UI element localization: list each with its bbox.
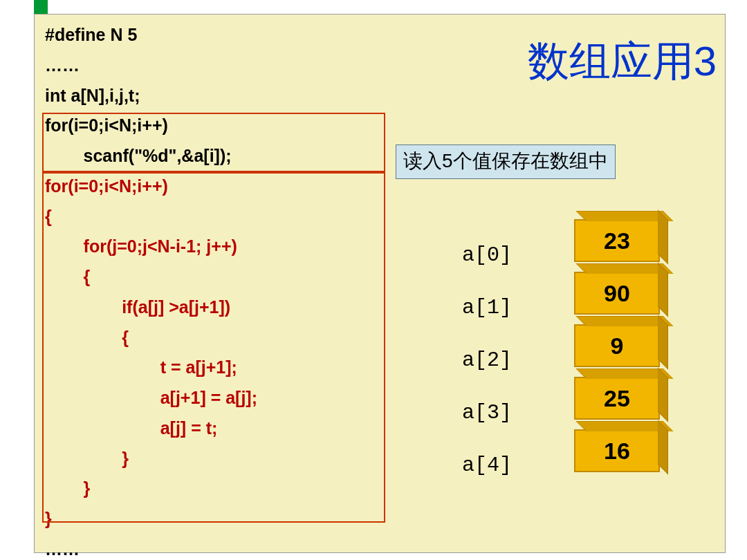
code-line: #define N 5: [45, 20, 405, 50]
annotation-box: 读入5个值保存在数组中: [396, 144, 616, 179]
array-cell: 90: [574, 272, 660, 315]
code-line: ……: [45, 534, 405, 560]
array-index-labels: a[0] a[1] a[2] a[3] a[4]: [429, 229, 540, 492]
array-label: a[0]: [429, 229, 540, 281]
code-line: {: [45, 262, 405, 292]
array-label: a[2]: [429, 334, 540, 386]
code-line: }: [45, 474, 405, 504]
code-line: {: [45, 202, 405, 232]
array-cell: 25: [574, 377, 660, 420]
array-cell: 9: [574, 324, 660, 367]
array-cell: 16: [574, 429, 660, 472]
code-line: scanf("%d",&a[i]);: [45, 141, 405, 171]
code-line: for(i=0;i<N;i++): [45, 171, 405, 202]
array-label: a[4]: [429, 439, 540, 492]
slide-body: 数组应用3 #define N 5 …… int a[N],i,j,t; for…: [34, 14, 726, 553]
code-line: if(a[j] >a[j+1]): [45, 292, 405, 323]
code-line: t = a[j+1];: [45, 353, 405, 383]
code-line: for(i=0;i<N;i++): [45, 111, 405, 141]
code-line: a[j] = t;: [45, 413, 405, 444]
code-line: int a[N],i,j,t;: [45, 81, 405, 111]
array-label: a[1]: [429, 281, 540, 334]
decorative-bar: [34, 0, 48, 14]
code-line: a[j+1] = a[j];: [45, 383, 405, 413]
code-line: }: [45, 444, 405, 474]
code-line: for(j=0;j<N-i-1; j++): [45, 232, 405, 262]
code-block: #define N 5 …… int a[N],i,j,t; for(i=0;i…: [45, 20, 405, 560]
array-cell: 23: [574, 219, 660, 262]
slide-title: 数组应用3: [528, 34, 717, 90]
code-line: }: [45, 504, 405, 534]
array-label: a[3]: [429, 386, 540, 439]
array-values-stack: 23 90 9 25 16: [574, 219, 660, 482]
code-line: ……: [45, 50, 405, 81]
code-line: {: [45, 323, 405, 353]
